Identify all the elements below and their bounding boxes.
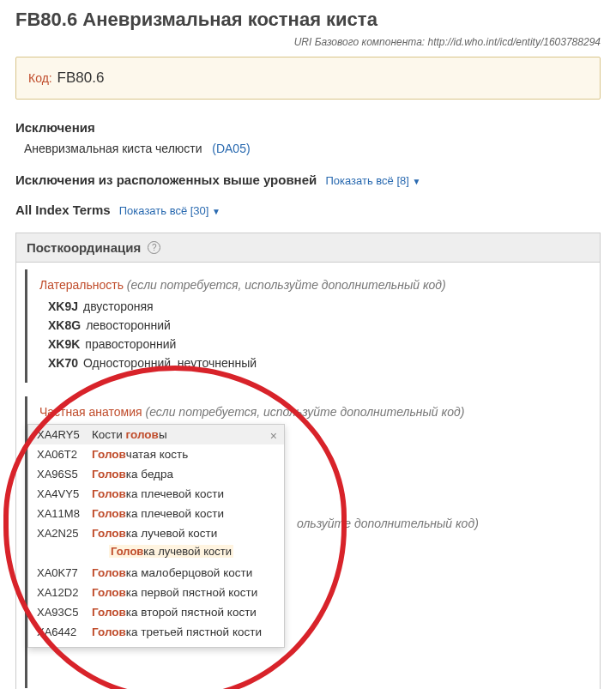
laterality-item[interactable]: XK9Kправосторонний — [48, 335, 583, 354]
autocomplete-item[interactable]: XA11M8Головка плечевой кости — [28, 504, 284, 523]
autocomplete-item[interactable]: XA2N25Головка лучевой кости — [28, 523, 284, 543]
chevron-down-icon: ▼ — [212, 207, 220, 216]
autocomplete-code: XA96S5 — [37, 468, 92, 480]
laterality-label: Односторонний, неуточненный — [83, 356, 257, 370]
autocomplete-code: XA06T2 — [37, 448, 92, 461]
autocomplete-code: XA4RY5 — [37, 428, 92, 441]
autocomplete-item[interactable]: XA0K77Головка малоберцовой кости — [28, 563, 284, 583]
exclusion-item: Аневризмальная киста челюсти (DA05) — [15, 142, 601, 155]
autocomplete-subitem[interactable]: Головка лучевой кости — [28, 543, 284, 563]
anatomy-name: Частная анатомия — [39, 405, 142, 419]
uri-line: URI Базового компонента: http://id.who.i… — [15, 36, 601, 48]
autocomplete-item[interactable]: XA4VY5Головка плечевой кости — [28, 484, 284, 504]
chevron-down-icon: ▼ — [412, 177, 420, 186]
autocomplete-code: XA11M8 — [37, 507, 92, 520]
show-all-exclusions-link[interactable]: Показать всё [8] ▼ — [325, 174, 420, 187]
autocomplete-label: Кости головы — [92, 428, 275, 441]
code-value: FB80.6 — [57, 70, 105, 86]
autocomplete-item[interactable]: XA96S5Головка бедра — [28, 464, 284, 484]
autocomplete-label: Головка плечевой кости — [92, 507, 275, 520]
autocomplete-dropdown: XA4RY5Кости головы×XA06T2Головчатая кост… — [27, 424, 285, 648]
autocomplete-label: Головка первой пястной кости — [92, 586, 275, 599]
laterality-block: Латеральность (если потребуется, использ… — [25, 269, 591, 383]
show-all-index-text: Показать всё [30] — [119, 204, 209, 217]
exclusions-higher-heading: Исключения из расположенных выше уровней… — [15, 172, 601, 187]
autocomplete-item[interactable]: XA6442Головка третьей пястной кости — [28, 622, 284, 642]
autocomplete-label: Головка бедра — [92, 468, 275, 480]
behind-hint-fragment: ользуйте дополнительный код) — [297, 517, 583, 530]
laterality-code: XK9J — [48, 299, 78, 313]
show-all-exclusions-text: Показать всё [8] — [325, 174, 408, 187]
autocomplete-item[interactable]: XA93C5Головка второй пястной кости — [28, 602, 284, 622]
autocomplete-item[interactable]: XA06T2Головчатая кость — [28, 444, 284, 464]
close-icon[interactable]: × — [270, 430, 277, 442]
autocomplete-label: Головка второй пястной кости — [92, 606, 275, 619]
uri-label: URI Базового компонента: — [294, 36, 425, 48]
anatomy-block: Частная анатомия (если потребуется, испо… — [25, 396, 591, 688]
show-all-index-link[interactable]: Показать всё [30] ▼ — [119, 204, 220, 217]
autocomplete-code: XA2N25 — [37, 527, 92, 540]
laterality-list: XK9JдвустороняяXK8GлевостороннийXK9Kправ… — [39, 297, 583, 372]
laterality-code: XK70 — [48, 356, 78, 370]
laterality-item[interactable]: XK8Gлевосторонний — [48, 316, 583, 335]
laterality-code: XK9K — [48, 337, 80, 351]
laterality-label: левосторонний — [86, 318, 171, 332]
postcoordination-body: Латеральность (если потребуется, использ… — [15, 263, 601, 689]
anatomy-hint: (если потребуется, используйте дополните… — [145, 405, 464, 419]
autocomplete-label: Головка третьей пястной кости — [92, 626, 275, 638]
code-box: Код: FB80.6 — [15, 57, 601, 100]
page-title: FB80.6 Аневризмальная костная киста — [15, 9, 601, 31]
laterality-hint: (если потребуется, используйте дополните… — [127, 278, 446, 292]
exclusions-higher-label: Исключения из расположенных выше уровней — [15, 172, 317, 187]
autocomplete-code: XA93C5 — [37, 606, 92, 619]
index-terms-heading: All Index Terms Показать всё [30] ▼ — [15, 202, 601, 217]
autocomplete-label: Головка малоберцовой кости — [92, 566, 275, 579]
laterality-item[interactable]: XK9Jдвустороняя — [48, 297, 583, 316]
autocomplete-code: XA4VY5 — [37, 487, 92, 500]
uri-value: http://id.who.int/icd/entity/1603788294 — [428, 36, 601, 48]
laterality-label: двустороняя — [83, 299, 154, 313]
laterality-item[interactable]: XK70Односторонний, неуточненный — [48, 354, 583, 372]
help-icon[interactable]: ? — [148, 241, 160, 254]
autocomplete-label: Головка плечевой кости — [92, 487, 275, 500]
index-terms-label: All Index Terms — [15, 202, 111, 217]
postcoordination-header: Посткоординация ? — [15, 233, 601, 263]
laterality-name: Латеральность — [39, 278, 124, 292]
autocomplete-code: XA12D2 — [37, 586, 92, 599]
laterality-label: правосторонний — [85, 337, 176, 351]
autocomplete-code: XA6442 — [37, 626, 92, 638]
autocomplete-item[interactable]: XA12D2Головка первой пястной кости — [28, 583, 284, 602]
autocomplete-label: Головка лучевой кости — [92, 527, 275, 540]
postcoordination-title: Посткоординация — [27, 240, 141, 255]
exclusion-code-link[interactable]: (DA05) — [212, 142, 250, 155]
autocomplete-item[interactable]: XA4RY5Кости головы× — [28, 425, 284, 444]
exclusion-text: Аневризмальная киста челюсти — [24, 142, 202, 155]
laterality-code: XK8G — [48, 318, 81, 332]
code-label: Код: — [28, 71, 52, 85]
autocomplete-code: XA0K77 — [37, 566, 92, 579]
autocomplete-label: Головчатая кость — [92, 448, 275, 461]
exclusions-heading: Исключения — [15, 120, 601, 135]
